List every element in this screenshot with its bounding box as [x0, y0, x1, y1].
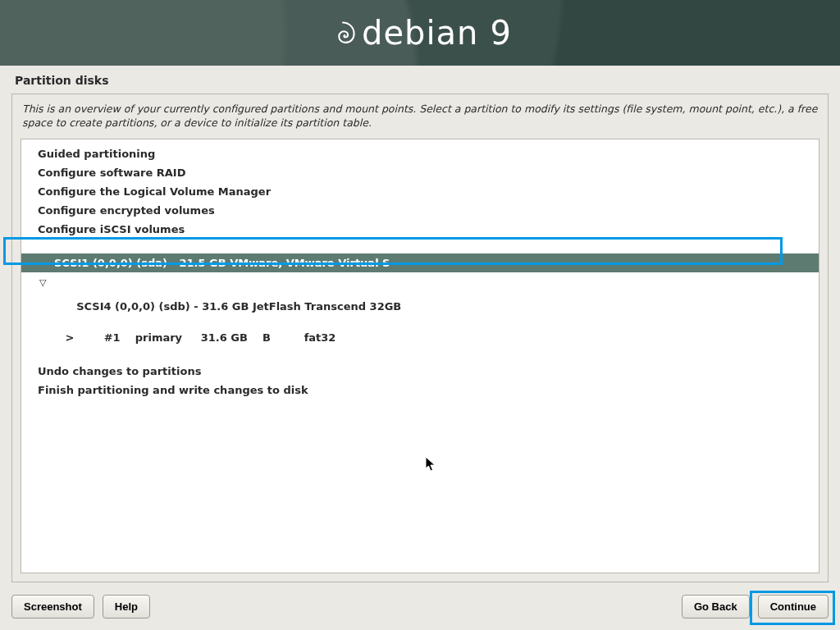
brand-name: debian [362, 14, 478, 52]
debian-swirl-icon [329, 20, 357, 48]
partition-sdb-1[interactable]: > #1 primary 31.6 GB B fat32 [21, 328, 819, 347]
debian-logo: debian 9 [329, 14, 511, 52]
page-title: Partition disks [0, 66, 840, 94]
continue-button[interactable]: Continue [758, 595, 829, 619]
intro-text: This is an overview of your currently co… [21, 103, 819, 139]
header-banner: debian 9 [0, 0, 840, 66]
list-spacer [21, 347, 819, 362]
opt-finish-partitioning[interactable]: Finish partitioning and write changes to… [21, 381, 819, 399]
footer-bar: Screenshot Help Go Back Continue [0, 585, 840, 630]
opt-configure-lvm[interactable]: Configure the Logical Volume Manager [21, 182, 819, 201]
opt-guided-partitioning[interactable]: Guided partitioning [21, 144, 819, 163]
disk-sda[interactable]: SCSI1 (0,0,0) (sda) - 21.5 GB VMware, VM… [21, 253, 819, 272]
disk-sdb[interactable]: ▽ SCSI4 (0,0,0) (sdb) - 31.6 GB JetFlash… [21, 272, 819, 328]
help-button[interactable]: Help [103, 595, 150, 619]
partition-listbox[interactable]: Guided partitioning Configure software R… [21, 139, 819, 573]
go-back-button[interactable]: Go Back [682, 595, 750, 619]
list-spacer [21, 239, 819, 253]
disk-sdb-label: SCSI4 (0,0,0) (sdb) - 31.6 GB JetFlash T… [76, 300, 401, 313]
opt-undo-changes[interactable]: Undo changes to partitions [21, 362, 819, 381]
opt-configure-raid[interactable]: Configure software RAID [21, 163, 819, 182]
screenshot-button[interactable]: Screenshot [11, 595, 94, 619]
expand-triangle-icon: ▽ [39, 277, 46, 288]
opt-configure-encrypted[interactable]: Configure encrypted volumes [21, 201, 819, 220]
brand-version: 9 [490, 14, 510, 52]
main-panel: This is an overview of your currently co… [11, 94, 829, 582]
opt-configure-iscsi[interactable]: Configure iSCSI volumes [21, 220, 819, 239]
